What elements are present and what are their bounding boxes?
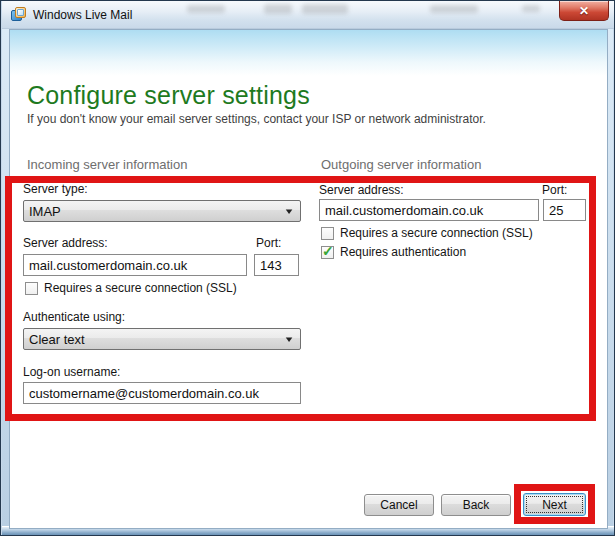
glass-reflection-artifact bbox=[522, 5, 540, 12]
back-button[interactable]: Back bbox=[441, 494, 511, 516]
next-button[interactable]: Next bbox=[523, 493, 586, 516]
outgoing-server-address-label: Server address: bbox=[319, 183, 404, 197]
outgoing-ssl-row: Requires a secure connection (SSL) bbox=[321, 226, 533, 240]
cancel-button[interactable]: Cancel bbox=[364, 494, 434, 516]
incoming-server-address-input[interactable] bbox=[23, 254, 247, 276]
outgoing-auth-label: Requires authentication bbox=[340, 245, 466, 259]
incoming-port-label: Port: bbox=[256, 236, 281, 250]
outgoing-ssl-checkbox[interactable] bbox=[321, 227, 334, 240]
glass-reflection-artifact bbox=[430, 5, 478, 13]
window: Windows Live Mail ✕ Configure server set… bbox=[0, 0, 615, 536]
outgoing-port-input[interactable] bbox=[543, 199, 586, 221]
outgoing-auth-checkbox[interactable]: ✓ bbox=[321, 246, 334, 259]
glass-reflection-artifact bbox=[302, 4, 348, 14]
glass-reflection-artifact bbox=[187, 5, 225, 13]
page-title: Configure server settings bbox=[27, 81, 310, 110]
outgoing-server-address-input[interactable] bbox=[319, 199, 539, 221]
server-type-dropdown[interactable]: IMAP ▼ bbox=[23, 200, 301, 222]
outgoing-auth-row: ✓ Requires authentication bbox=[321, 245, 466, 259]
check-icon: ✓ bbox=[322, 243, 334, 259]
incoming-server-address-label: Server address: bbox=[23, 236, 108, 250]
authenticate-using-value: Clear text bbox=[29, 332, 85, 347]
logon-username-input[interactable] bbox=[23, 382, 301, 404]
outgoing-ssl-label: Requires a secure connection (SSL) bbox=[340, 226, 533, 240]
window-title: Windows Live Mail bbox=[33, 8, 132, 22]
outgoing-port-label: Port: bbox=[542, 183, 567, 197]
close-button[interactable]: ✕ bbox=[559, 1, 609, 21]
logon-username-label: Log-on username: bbox=[23, 365, 120, 379]
incoming-ssl-checkbox[interactable] bbox=[25, 282, 38, 295]
windows-live-mail-icon bbox=[11, 7, 27, 23]
close-icon: ✕ bbox=[560, 2, 608, 20]
glass-reflection-artifact bbox=[264, 4, 292, 14]
header-gradient bbox=[10, 30, 607, 76]
incoming-ssl-label: Requires a secure connection (SSL) bbox=[44, 281, 237, 295]
server-type-value: IMAP bbox=[29, 204, 61, 219]
authenticate-using-label: Authenticate using: bbox=[23, 310, 125, 324]
server-type-label: Server type: bbox=[23, 182, 88, 196]
page-subtitle: If you don't know your email server sett… bbox=[27, 112, 486, 126]
titlebar: Windows Live Mail ✕ bbox=[2, 1, 615, 29]
chevron-down-icon: ▼ bbox=[283, 207, 294, 216]
incoming-port-input[interactable] bbox=[254, 254, 299, 276]
outgoing-section-header: Outgoing server information bbox=[321, 157, 481, 172]
chevron-down-icon: ▼ bbox=[283, 335, 294, 344]
incoming-section-header: Incoming server information bbox=[27, 157, 187, 172]
authenticate-using-dropdown[interactable]: Clear text ▼ bbox=[23, 328, 301, 350]
incoming-ssl-row: Requires a secure connection (SSL) bbox=[25, 281, 237, 295]
